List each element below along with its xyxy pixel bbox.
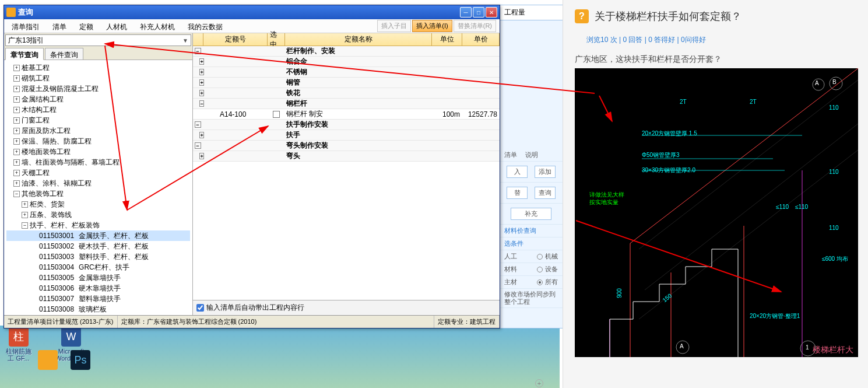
expand-icon[interactable] [13, 75, 20, 82]
group-row[interactable]: +扶手 [193, 130, 500, 141]
auto-fill-checkbox[interactable] [196, 304, 204, 312]
menu-3[interactable]: 人材机 [100, 19, 133, 33]
tree-node[interactable]: 墙、柱面装饰与隔断、幕墙工程 [6, 157, 190, 167]
tree-node[interactable]: 桩基工程 [6, 62, 190, 73]
group-row[interactable]: +铝合金 [193, 57, 500, 67]
tree-node[interactable]: 011503008玻璃栏板 [6, 304, 190, 314]
question-panel: ? 关于楼梯栏杆扶手如何套定额？ 浏览10 次 | 0 回答 | 0 答得好 |… [563, 0, 868, 388]
expand-icon[interactable]: − [195, 48, 201, 54]
menu-0[interactable]: 清单指引 [5, 19, 46, 33]
tree-node[interactable]: 柜类、货架 [6, 199, 190, 209]
tab-chapter-query[interactable]: 章节查询 [5, 48, 44, 60]
expand-icon[interactable] [13, 159, 20, 166]
group-row[interactable]: +不锈钢 [193, 67, 500, 78]
expand-icon[interactable]: + [199, 58, 203, 65]
expand-icon[interactable]: + [199, 69, 203, 75]
btn-supplement[interactable]: 补充 [511, 208, 551, 220]
menu-5[interactable]: 我的云数据 [181, 19, 229, 33]
group-row[interactable]: −栏杆制作、安装 [193, 46, 500, 57]
group-row[interactable]: +铁花 [193, 88, 500, 99]
tree-node[interactable]: 011503003塑料扶手、栏杆、栏板 [6, 251, 190, 262]
tree-node[interactable]: 楼地面装饰工程 [6, 146, 190, 157]
btn-enter[interactable]: 入 [507, 166, 528, 178]
menu-2[interactable]: 定额 [73, 19, 100, 33]
guide-combo[interactable]: 广东13指引 ▼ [5, 34, 191, 46]
tree-node[interactable]: 011503006硬木靠墙扶手 [6, 283, 190, 293]
expand-icon[interactable]: − [199, 100, 203, 107]
add-button[interactable]: + [535, 379, 543, 387]
expand-icon[interactable] [22, 201, 28, 208]
select-checkbox[interactable] [273, 111, 280, 118]
expand-icon[interactable] [13, 86, 20, 92]
desktop-icon-app[interactable] [30, 350, 65, 370]
tree-node[interactable]: 011503005金属靠墙扶手 [6, 272, 190, 283]
titlebar[interactable]: 查询 ─ □ ✕ [4, 5, 500, 19]
group-row[interactable]: +铜管 [193, 78, 500, 88]
tree-node[interactable]: 011503002硬木扶手、栏杆、栏板 [6, 241, 190, 251]
expand-icon[interactable] [13, 96, 20, 103]
tree-node[interactable]: 暖气罩 [6, 314, 190, 315]
panel-tab-gcl[interactable]: 工程量 [500, 5, 563, 20]
expand-icon[interactable]: + [199, 79, 203, 86]
group-row[interactable]: −钢栏杆 [193, 99, 500, 109]
tree-node[interactable]: 011503004GRC栏杆、扶手 [6, 262, 190, 272]
tree-node[interactable]: 天棚工程 [6, 167, 190, 178]
tab-bill[interactable]: 清单 [504, 151, 517, 159]
tree-node[interactable]: 保温、隔热、防腐工程 [6, 136, 190, 146]
expand-icon[interactable] [13, 191, 20, 197]
item-label: 桩基工程 [22, 63, 50, 73]
group-row[interactable]: +弯头 [193, 151, 500, 162]
minimize-button[interactable]: ─ [460, 7, 472, 18]
expand-icon[interactable]: + [199, 90, 203, 96]
radio[interactable] [537, 267, 543, 272]
desktop-icon-ps[interactable]: Ps [63, 350, 98, 370]
expand-icon[interactable] [13, 65, 20, 71]
data-row[interactable]: A14-100钢栏杆 制安100m12527.78 [193, 109, 500, 120]
expand-icon[interactable] [13, 180, 20, 187]
tab-condition-query[interactable]: 条件查询 [45, 48, 83, 60]
link-material-price[interactable]: 材料价查询 [504, 226, 536, 235]
maximize-button[interactable]: □ [473, 7, 484, 18]
btn-replace[interactable]: 替 [507, 187, 528, 199]
expand-icon[interactable]: + [199, 153, 203, 159]
tree-node[interactable]: 扶手、栏杆、栏板装饰 [6, 220, 190, 230]
category-tree[interactable]: 桩基工程砌筑工程混凝土及钢筋混凝土工程金属结构工程木结构工程门窗工程屋面及防水工… [4, 60, 192, 315]
tree-node[interactable]: 屋面及防水工程 [6, 125, 190, 136]
menu-1[interactable]: 清单 [46, 19, 73, 33]
radio[interactable] [537, 254, 543, 260]
expand-icon[interactable] [22, 222, 28, 229]
radio[interactable] [537, 279, 543, 285]
expand-icon[interactable] [13, 149, 20, 155]
tree-node[interactable]: 砌筑工程 [6, 73, 190, 83]
quota-grid[interactable]: −栏杆制作、安装+铝合金+不锈钢+铜管+铁花−钢栏杆A14-100钢栏杆 制安1… [193, 46, 500, 300]
tree-node[interactable]: 油漆、涂料、裱糊工程 [6, 178, 190, 188]
expand-icon[interactable]: + [199, 132, 203, 138]
btn-add[interactable]: 添加 [535, 166, 556, 178]
tree-node[interactable]: 其他装饰工程 [6, 188, 190, 199]
expand-icon[interactable] [13, 138, 20, 145]
tree-node[interactable]: 压条、装饰线 [6, 209, 190, 220]
group-name: 不锈钢 [285, 67, 432, 77]
tree-node[interactable]: 金属结构工程 [6, 94, 190, 104]
expand-icon[interactable]: − [195, 121, 201, 128]
sync-option[interactable]: 修改市场价同步到整个工程 [500, 289, 563, 308]
expand-icon[interactable] [13, 107, 20, 113]
question-stats[interactable]: 浏览10 次 | 0 回答 | 0 答得好 | 0问得好 [586, 36, 706, 44]
close-button[interactable]: ✕ [486, 7, 497, 18]
tree-node[interactable]: 011503001金属扶手、栏杆、栏板 [6, 230, 190, 241]
tree-node[interactable]: 011503007塑料靠墙扶手 [6, 293, 190, 304]
btn-query[interactable]: 查询 [535, 187, 556, 199]
expand-icon[interactable] [13, 170, 20, 176]
menu-4[interactable]: 补充人材机 [133, 19, 181, 33]
btn-insert-bill[interactable]: 插入清单(I) [412, 20, 452, 32]
group-row[interactable]: −弯头制作安装 [193, 141, 500, 151]
expand-icon[interactable] [22, 212, 28, 218]
tree-node[interactable]: 木结构工程 [6, 104, 190, 115]
expand-icon[interactable] [13, 128, 20, 134]
expand-icon[interactable]: − [195, 142, 201, 149]
tab-desc[interactable]: 说明 [525, 151, 538, 159]
tree-node[interactable]: 门窗工程 [6, 115, 190, 125]
group-row[interactable]: −扶手制作安装 [193, 120, 500, 130]
expand-icon[interactable] [13, 117, 20, 124]
tree-node[interactable]: 混凝土及钢筋混凝土工程 [6, 83, 190, 94]
